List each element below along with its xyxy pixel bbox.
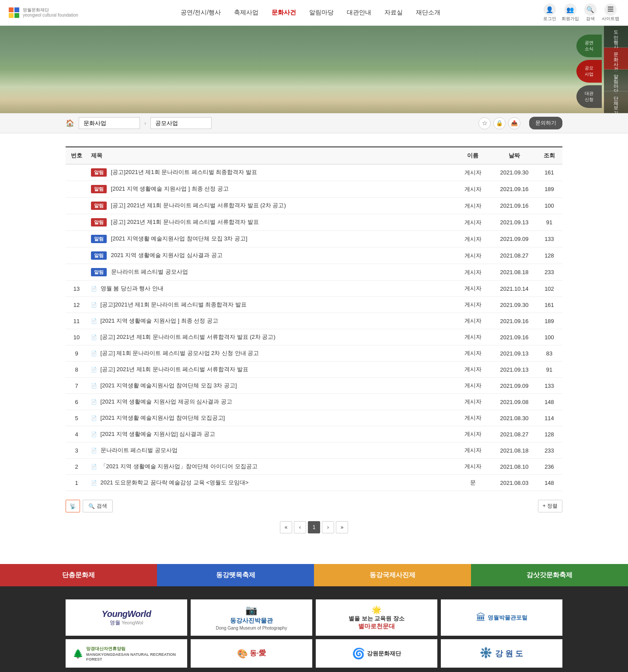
pinned-row[interactable]: 알림 [공고]2021년 제1회 문나라이트 페스티벌 최종합격자 발표 게시자…	[66, 164, 562, 181]
hero-nav-2[interactable]: 문화사건	[604, 48, 628, 70]
row-title[interactable]: 📄 [2021 지역생활 예술지원사업 참여단체 모집공고]	[87, 410, 453, 426]
pinned-row[interactable]: 알림 [공고] 2021년 제1회 문나라이트 페스티벌 서류합격자 발표 게시…	[66, 214, 562, 231]
pinned-row[interactable]: 알림 [2021 지역생활 예술지원사업 참여단체 모집 3차 공고] 게시자 …	[66, 231, 562, 247]
nav-news[interactable]: 알림마당	[309, 9, 334, 17]
byeolma-name: 별마로천문대	[358, 623, 395, 630]
bookmark-icon[interactable]: ☆	[478, 117, 491, 129]
page-prev[interactable]: ‹	[294, 521, 306, 533]
mangok-icon: 🌲	[73, 648, 84, 659]
nav-rental[interactable]: 대관안내	[347, 9, 371, 17]
row-title[interactable]: 📄 [공고] 2021년 제1회 문나라이트 페스티벌 서류합격자 발표	[87, 362, 453, 378]
row-title[interactable]: 📄 「2021 지역 생활예술 지원사업」참여단체 아이디어 모집공고	[87, 459, 453, 475]
logo-text: 영월문화재단 yeongwol cultural foundation	[23, 7, 78, 18]
row-title[interactable]: 📄 [2021 지역생활 예술지원사업 참여단체 모집 3차 공고]	[87, 378, 453, 394]
home-icon[interactable]: 🏠	[66, 119, 74, 127]
pinned-title[interactable]: 알림 2021 지역 생활예술 지원사업 심사결과 공고	[87, 247, 453, 264]
pinned-row[interactable]: 알림 문나라이트 페스티벌 공모사업 게시자 2021.08.18 233	[66, 264, 562, 281]
pinned-row[interactable]: 알림 2021 지역 생활예술 지원사업 심사결과 공고 게시자 2021.08…	[66, 247, 562, 264]
partner-dongang-museum[interactable]: 📷 동강사진박물관 Dong Gang Museum of Photograph…	[191, 599, 312, 636]
dongang-logo: 📷 동강사진박물관 Dong Gang Museum of Photograph…	[216, 605, 287, 630]
page-1[interactable]: 1	[308, 521, 320, 533]
hero-nav-1[interactable]: 도민행사	[604, 26, 628, 48]
tab-danlung[interactable]: 단층문화제	[0, 564, 157, 586]
pinned-row[interactable]: 알림 [공고] 2021년 제1회 문나라이트 페스티벌 서류합격자 발표 (2…	[66, 198, 562, 214]
pinned-title[interactable]: 알림 [공고] 2021년 제1회 문나라이트 페스티벌 서류합격자 발표 (2…	[87, 198, 453, 214]
logo-area[interactable]: 영월문화재단 yeongwol cultural foundation	[9, 7, 78, 18]
row-title[interactable]: 📄 영월 봄 당신과 행사 안내	[87, 281, 453, 297]
lock-icon[interactable]: 🔒	[493, 117, 506, 129]
nav-library[interactable]: 자료실	[384, 9, 403, 17]
table-row[interactable]: 6 📄 [2021 지역 생활예술 지원사업 제공의 심사결과 공고 게시자 2…	[66, 394, 562, 410]
table-row[interactable]: 1 📄 2021 도요문화학교 꿈다락 예술감성 교육 <영월도 모임대> 문 …	[66, 475, 562, 491]
row-title[interactable]: 📄 [공고]2021년 제1회 문나라이트 페스티벌 최종합격자 발표	[87, 297, 453, 313]
pinned-num	[66, 198, 87, 214]
signup-link[interactable]: 👥 회원가입	[562, 3, 579, 22]
row-date: 2021.08.27	[492, 426, 536, 442]
row-date: 2021.09.30	[492, 297, 536, 313]
table-row[interactable]: 2 📄 「2021 지역 생활예술 지원사업」참여단체 아이디어 모집공고 게시…	[66, 459, 562, 475]
row-title[interactable]: 📄 [공고] 2021년 제1회 문나라이트 페스티벌 서류합격자 발표 (2차…	[87, 329, 453, 345]
tab-donggang-raft[interactable]: 동강뗏목축제	[157, 564, 314, 586]
hero-nav-3[interactable]: 알림마당	[604, 70, 628, 91]
table-row[interactable]: 9 📄 [공고] 제1회 문나라이트 페스티벌 공모사업 2차 신청 안내 공고…	[66, 345, 562, 362]
table-row[interactable]: 11 📄 [2021 지역 생활예술 지원사업 ] 최종 선정 공고 게시자 2…	[66, 313, 562, 329]
row-title[interactable]: 📄 [공고] 제1회 문나라이트 페스티벌 공모사업 2차 신청 안내 공고	[87, 345, 453, 362]
nav-performance[interactable]: 공연/전시/행사	[181, 9, 221, 17]
row-title[interactable]: 📄 [2021 지역 생활예술 지원사업] 심사결과 공고	[87, 426, 453, 442]
pinned-title[interactable]: 알림 [2021 지역 생활예술 지원사업 ] 최종 선정 공고	[87, 181, 453, 198]
table-row[interactable]: 13 📄 영월 봄 당신과 행사 안내 게시자 2021.10.14 102	[66, 281, 562, 297]
partner-youngworld[interactable]: YoungWorld 영월 YeongWol	[66, 599, 187, 636]
pinned-date: 2021.09.30	[492, 164, 536, 181]
inquiry-button[interactable]: 문의하기	[529, 117, 562, 129]
pinned-title[interactable]: 알림 [공고] 2021년 제1회 문나라이트 페스티벌 서류합격자 발표	[87, 214, 453, 231]
nav-festival[interactable]: 축제사업	[234, 9, 258, 17]
partner-gangwon-culture[interactable]: 🌀 강원문화재단	[316, 639, 437, 668]
row-views: 91	[536, 362, 562, 378]
hero-nav-4[interactable]: 단체보기	[604, 91, 628, 113]
partner-byeolma[interactable]: 🌟 별을 보는 교육원 장소 별마로천문대	[316, 599, 437, 636]
sitemap-link[interactable]: ☰ 사이트맵	[602, 3, 619, 22]
search-link[interactable]: 🔍 검색	[584, 3, 597, 22]
page-first[interactable]: «	[280, 521, 292, 533]
signup-icon: 👥	[564, 3, 576, 16]
table-row[interactable]: 7 📄 [2021 지역생활 예술지원사업 참여단체 모집 3차 공고] 게시자…	[66, 378, 562, 394]
partner-gangwondo[interactable]: ❋ 강 원 도	[441, 639, 562, 668]
sort-button[interactable]: + 정렬	[538, 500, 562, 512]
nav-culture[interactable]: 문화사건	[272, 9, 296, 17]
side-btn-performance[interactable]: 공연소식	[576, 35, 602, 57]
page-last[interactable]: »	[336, 521, 348, 533]
row-num: 5	[66, 410, 87, 426]
share-icon[interactable]: 📤	[508, 117, 520, 129]
table-row[interactable]: 12 📄 [공고]2021년 제1회 문나라이트 페스티벌 최종합격자 발표 게…	[66, 297, 562, 313]
page-next[interactable]: ›	[322, 521, 334, 533]
pinned-row[interactable]: 알림 [2021 지역 생활예술 지원사업 ] 최종 선정 공고 게시자 202…	[66, 181, 562, 198]
pinned-author: 게시자	[453, 164, 492, 181]
side-btn-rental[interactable]: 대관신청	[576, 85, 602, 108]
partner-dongae[interactable]: 🎨 동·愛	[191, 639, 312, 668]
pinned-title[interactable]: 알림 문나라이트 페스티벌 공모사업	[87, 264, 453, 281]
login-link[interactable]: 👤 로그인	[543, 3, 556, 22]
row-title[interactable]: 📄 2021 도요문화학교 꿈다락 예술감성 교육 <영월도 모임대>	[87, 475, 453, 491]
menu2-select[interactable]: 공모사업	[150, 117, 212, 129]
pinned-title[interactable]: 알림 [2021 지역생활 예술지원사업 참여단체 모집 3차 공고]	[87, 231, 453, 247]
table-footer: 📡 🔍 검색 + 정렬	[66, 500, 562, 512]
row-title[interactable]: 📄 [2021 지역 생활예술 지원사업 ] 최종 선정 공고	[87, 313, 453, 329]
side-btn-contest[interactable]: 공모사업	[576, 60, 602, 83]
pinned-title[interactable]: 알림 [공고]2021년 제1회 문나라이트 페스티벌 최종합격자 발표	[87, 164, 453, 181]
table-row[interactable]: 5 📄 [2021 지역생활 예술지원사업 참여단체 모집공고] 게시자 202…	[66, 410, 562, 426]
row-title[interactable]: 📄 [2021 지역 생활예술 지원사업 제공의 심사결과 공고	[87, 394, 453, 410]
table-row[interactable]: 10 📄 [공고] 2021년 제1회 문나라이트 페스티벌 서류합격자 발표 …	[66, 329, 562, 345]
table-row[interactable]: 4 📄 [2021 지역 생활예술 지원사업] 심사결과 공고 게시자 2021…	[66, 426, 562, 442]
table-row[interactable]: 3 📄 문나라이트 페스티벌 공모사업 게시자 2021.08.18 233	[66, 442, 562, 459]
pagination: « ‹ 1 › »	[66, 521, 562, 533]
row-title[interactable]: 📄 문나라이트 페스티벌 공모사업	[87, 442, 453, 459]
menu1-select[interactable]: 문화사업	[79, 117, 140, 129]
search-button[interactable]: 🔍 검색	[83, 500, 113, 512]
tab-gamsatgat[interactable]: 감삿갓문화축제	[471, 564, 628, 586]
rss-button[interactable]: 📡	[66, 500, 80, 512]
table-row[interactable]: 8 📄 [공고] 2021년 제1회 문나라이트 페스티벌 서류합격자 발표 게…	[66, 362, 562, 378]
partner-museum-portal[interactable]: 🏛 영월박물관포털	[441, 599, 562, 636]
nav-about[interactable]: 재단소개	[416, 9, 440, 17]
partner-mangok[interactable]: 🌲 망경대산자연휴양림MANGKYONGDAESAN NATURAL RECRE…	[66, 639, 187, 668]
tab-donggang-photo[interactable]: 동강국제사진제	[314, 564, 471, 586]
